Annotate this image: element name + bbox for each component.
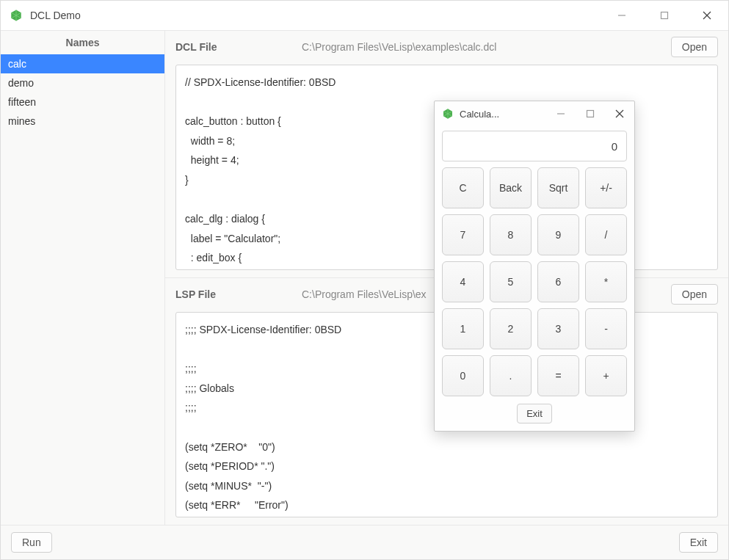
dcl-file-path: C:\Program Files\VeLisp\examples\calc.dc… (302, 41, 662, 53)
list-item[interactable]: demo (1, 73, 164, 92)
close-icon (615, 109, 624, 118)
close-icon (703, 11, 711, 20)
window-title: DCL Demo (30, 10, 601, 21)
list-item[interactable]: fifteen (1, 92, 164, 112)
calc-button[interactable]: . (490, 355, 532, 396)
dcl-file-label: DCL File (175, 41, 293, 53)
calc-button[interactable]: 0 (442, 355, 484, 396)
svg-rect-5 (661, 12, 668, 19)
minimize-icon (617, 11, 626, 20)
calc-exit-button[interactable]: Exit (517, 404, 552, 423)
calc-button[interactable]: * (585, 261, 627, 302)
sidebar-header: Names (1, 31, 164, 54)
dcl-open-button[interactable]: Open (671, 37, 718, 57)
svg-rect-13 (587, 111, 594, 117)
minimize-button[interactable] (601, 1, 643, 30)
calculator-window: Calcula... 0 CBackSqrt+/-789/456*123-0.=… (434, 101, 635, 432)
exit-button[interactable]: Exit (679, 532, 718, 553)
calc-button[interactable]: 4 (442, 261, 484, 302)
calc-button[interactable]: Sqrt (537, 167, 579, 208)
calc-display[interactable]: 0 (442, 131, 627, 161)
calc-minimize-button[interactable] (546, 109, 576, 119)
maximize-button[interactable] (643, 1, 686, 30)
list-item[interactable]: calc (1, 54, 164, 73)
lsp-open-button[interactable]: Open (671, 284, 718, 305)
calc-maximize-button[interactable] (576, 109, 605, 119)
titlebar: DCL Demo (1, 1, 728, 31)
maximize-icon (660, 11, 669, 20)
calc-button[interactable]: = (537, 355, 579, 396)
close-button[interactable] (686, 1, 728, 30)
lsp-file-label: LSP File (175, 288, 293, 300)
maximize-icon (586, 109, 595, 118)
calc-button[interactable]: - (585, 308, 627, 349)
calc-button-grid: CBackSqrt+/-789/456*123-0.=+ (442, 167, 627, 396)
calc-exit-row: Exit (442, 404, 627, 423)
minimize-icon (556, 109, 565, 118)
calc-button[interactable]: 9 (537, 214, 579, 255)
calc-app-icon (442, 108, 454, 120)
app-icon (10, 9, 23, 22)
run-button[interactable]: Run (11, 532, 52, 553)
footer: Run Exit (1, 525, 728, 559)
calc-button[interactable]: Back (490, 167, 532, 208)
calc-button[interactable]: 2 (490, 308, 532, 349)
calc-button[interactable]: 5 (490, 261, 532, 302)
calc-button[interactable]: +/- (585, 167, 627, 208)
calc-window-title: Calcula... (460, 109, 546, 120)
calc-button[interactable]: + (585, 355, 627, 396)
calc-button[interactable]: 7 (442, 214, 484, 255)
dcl-header: DCL File C:\Program Files\VeLisp\example… (165, 31, 728, 62)
calc-button[interactable]: 1 (442, 308, 484, 349)
list-item[interactable]: mines (1, 112, 164, 131)
calc-button[interactable]: 8 (490, 214, 532, 255)
calc-button[interactable]: / (585, 214, 627, 255)
calc-titlebar: Calcula... (435, 101, 634, 126)
names-list[interactable]: calcdemofifteenmines (1, 54, 164, 525)
sidebar: Names calcdemofifteenmines (1, 31, 165, 525)
calc-button[interactable]: C (442, 167, 484, 208)
calc-close-button[interactable] (605, 109, 634, 119)
calc-body: 0 CBackSqrt+/-789/456*123-0.=+ Exit (435, 126, 634, 431)
window-controls (601, 1, 728, 30)
calc-button[interactable]: 6 (537, 261, 579, 302)
calc-button[interactable]: 3 (537, 308, 579, 349)
